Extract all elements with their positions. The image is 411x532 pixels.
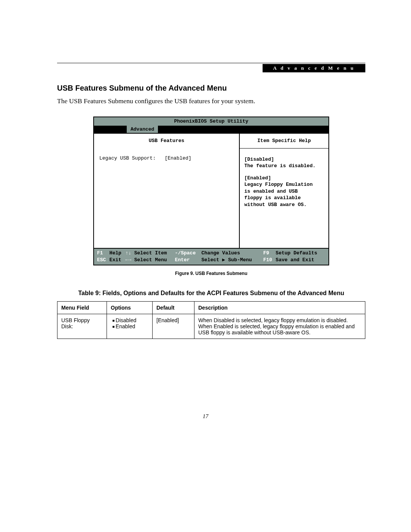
help-disabled-label: [Disabled]: [244, 156, 325, 163]
key-f10-label: Save and Exit: [275, 257, 326, 264]
key-leftright-label: Select Menu: [134, 257, 174, 264]
table-title: Table 9: Fields, Options and Defaults fo…: [57, 290, 365, 297]
page-number: 17: [0, 413, 411, 420]
key-f10: F10: [263, 257, 272, 263]
bios-body: USB Features Legacy USB Support: [Enable…: [94, 133, 328, 249]
key-updown: ↑↓: [125, 250, 131, 256]
key-updown-label: Select Item: [134, 250, 174, 257]
bios-panel-title: USB Features: [99, 137, 234, 155]
key-enter-label: Select ▶ Sub-Menu: [201, 257, 262, 264]
cell-description: When Disabled is selected, legacy floppy…: [194, 314, 365, 339]
figure-caption: Figure 9. USB Features Submenu: [57, 271, 365, 276]
key-space: -/Space: [175, 250, 196, 256]
section-intro: The USB Features Submenu configures the …: [57, 97, 365, 105]
th-default: Default: [153, 302, 194, 314]
header-badge: A d v a n c e d M e n u: [263, 64, 365, 72]
bios-screenshot: PhoenixBIOS Setup Utility Advanced USB F…: [93, 117, 329, 265]
th-options: Options: [107, 302, 153, 314]
help-enabled-label: [Enabled]: [244, 175, 325, 182]
key-enter: Enter: [175, 257, 190, 263]
help-enabled-l2: is enabled and USB: [244, 188, 325, 195]
key-f9: F9: [263, 250, 269, 256]
fields-table: Menu Field Options Default Description U…: [57, 301, 365, 339]
bios-setting-label: Legacy USB Support:: [99, 155, 156, 161]
bios-help-title: Item Specific Help: [240, 134, 328, 149]
document-page: A d v a n c e d M e n u USB Features Sub…: [0, 0, 411, 532]
key-f1-label: Help: [109, 250, 125, 257]
key-f1: F1: [97, 250, 103, 256]
th-description: Description: [194, 302, 365, 314]
key-f9-label: Setup Defaults: [275, 250, 326, 257]
crop-line: [57, 63, 365, 63]
table-header-row: Menu Field Options Default Description: [57, 302, 365, 314]
bios-help-body: [Disabled] The feature is disabled. [Ena…: [240, 149, 328, 217]
cell-default: [Enabled]: [153, 314, 194, 339]
bios-setting-row: Legacy USB Support: [Enabled]: [99, 155, 234, 162]
help-disabled-text: The feature is disabled.: [244, 163, 325, 169]
help-enabled-l1: Legacy Floppy Emulation: [244, 181, 325, 188]
help-enabled-l3: floppy is available: [244, 195, 325, 201]
bios-setting-value: [Enabled]: [165, 155, 191, 161]
bios-utility-title: PhoenixBIOS Setup Utility: [94, 117, 328, 126]
bios-active-menu: Advanced: [127, 126, 158, 133]
table-row: USB Floppy Disk: Disabled Enabled [Enabl…: [57, 314, 365, 339]
option-enabled: Enabled: [112, 323, 148, 329]
help-enabled-l4: without USB aware OS.: [244, 201, 325, 208]
key-leftright: ←→: [125, 257, 131, 263]
key-space-label: Change Values: [201, 250, 262, 257]
cell-menu-field: USB Floppy Disk:: [57, 314, 107, 339]
bios-left-panel: USB Features Legacy USB Support: [Enable…: [94, 134, 239, 248]
th-menu-field: Menu Field: [57, 302, 107, 314]
key-esc-label: Exit: [109, 257, 125, 264]
key-esc: ESC: [97, 257, 106, 263]
section-title: USB Features Submenu of the Advanced Men…: [57, 84, 365, 93]
bios-help-panel: Item Specific Help [Disabled] The featur…: [239, 134, 328, 248]
cell-options: Disabled Enabled: [107, 314, 153, 339]
bios-menubar: Advanced: [94, 126, 328, 133]
bios-footer: F1 Help ↑↓ Select Item -/Space Change Va…: [94, 249, 328, 265]
page-content: USB Features Submenu of the Advanced Men…: [57, 84, 365, 339]
option-disabled: Disabled: [112, 317, 148, 323]
